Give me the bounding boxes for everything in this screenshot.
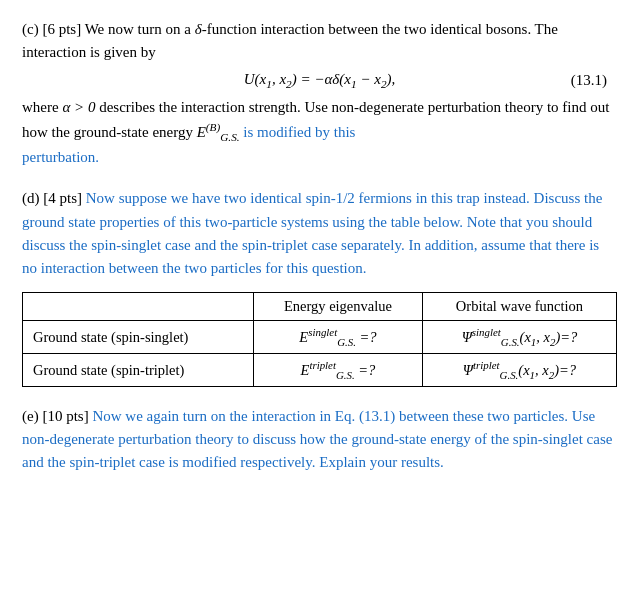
perturbation-text: perturbation. xyxy=(22,149,99,165)
section-e: (e) [10 pts] Now we again turn on the in… xyxy=(22,405,617,475)
section-d-label: (d) [4 pts] xyxy=(22,190,82,206)
equation-text: U(x1, x2) = −αδ(x1 − x2), xyxy=(244,71,396,90)
section-c-after-eq: where α > 0 describes the interaction st… xyxy=(22,96,617,170)
table-row: Ground state (spin-triplet) EtripletG.S.… xyxy=(23,354,617,387)
section-d: (d) [4 pts] Now suppose we have two iden… xyxy=(22,187,617,386)
table-header-state xyxy=(23,293,254,321)
section-c-text: (c) [6 pts] We now turn on a δ-function … xyxy=(22,18,617,65)
section-e-text: (e) [10 pts] Now we again turn on the in… xyxy=(22,405,617,475)
section-d-text: (d) [4 pts] Now suppose we have two iden… xyxy=(22,187,617,280)
table-cell-singlet-label: Ground state (spin-singlet) xyxy=(23,321,254,354)
table-row: Ground state (spin-singlet) EsingletG.S.… xyxy=(23,321,617,354)
delta-symbol: δ xyxy=(195,21,202,37)
table-cell-triplet-energy: EtripletG.S. =? xyxy=(253,354,422,387)
table-header-energy: Energy eigenvalue xyxy=(253,293,422,321)
table-header-wavefunction: Orbital wave function xyxy=(422,293,616,321)
table-cell-triplet-wf: ΨtripletG.S.(x1, x2)=? xyxy=(422,354,616,387)
table-cell-triplet-label: Ground state (spin-triplet) xyxy=(23,354,254,387)
table-cell-singlet-energy: EsingletG.S. =? xyxy=(253,321,422,354)
section-c: (c) [6 pts] We now turn on a δ-function … xyxy=(22,18,617,169)
table-cell-singlet-wf: ΨsingletG.S.(x1, x2)=? xyxy=(422,321,616,354)
table-header-row: Energy eigenvalue Orbital wave function xyxy=(23,293,617,321)
equation-row: U(x1, x2) = −αδ(x1 − x2), (13.1) xyxy=(22,71,617,90)
properties-table: Energy eigenvalue Orbital wave function … xyxy=(22,292,617,386)
equation-number: (13.1) xyxy=(571,72,607,89)
section-c-label: (c) [6 pts] xyxy=(22,21,81,37)
section-e-label: (e) [10 pts] xyxy=(22,408,89,424)
